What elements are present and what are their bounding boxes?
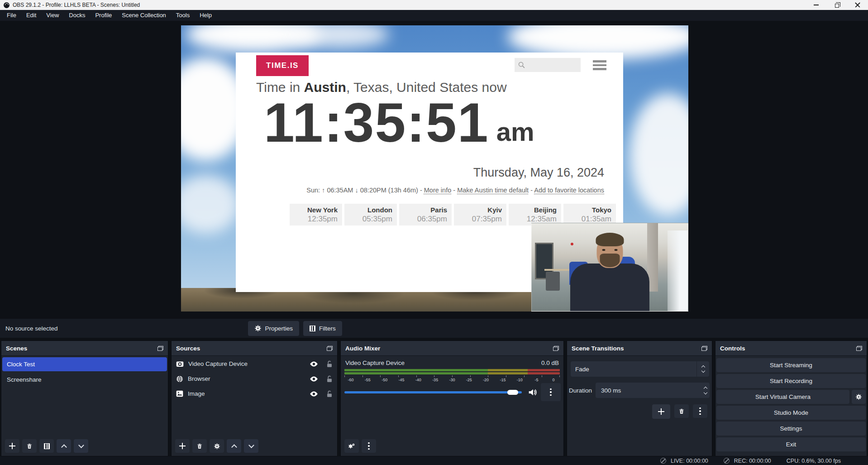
gear-icon	[855, 393, 862, 400]
properties-button[interactable]: Properties	[248, 321, 300, 336]
popout-icon[interactable]	[856, 346, 862, 351]
advanced-audio-button[interactable]	[344, 439, 359, 453]
city-tile[interactable]: Tokyo01:35am	[563, 204, 616, 225]
city-tile[interactable]: London05:35pm	[344, 204, 397, 225]
move-scene-down-button[interactable]	[74, 439, 88, 453]
visibility-eye-icon[interactable]	[310, 376, 318, 382]
transition-menu-button[interactable]	[693, 404, 707, 418]
transitions-header[interactable]: Scene Transitions	[567, 341, 712, 356]
cpu-fps-stats: CPU: 0.6%, 30.00 fps	[787, 458, 841, 464]
menu-view[interactable]: View	[41, 10, 64, 21]
menu-scene-collection[interactable]: Scene Collection	[117, 10, 171, 21]
speaker-icon[interactable]	[528, 388, 537, 396]
chevron-down-icon	[701, 369, 705, 373]
search-input[interactable]	[515, 58, 581, 72]
scenes-header[interactable]: Scenes	[1, 341, 168, 356]
mixer-channel-menu-button[interactable]	[541, 383, 561, 401]
visibility-eye-icon[interactable]	[310, 391, 318, 397]
add-source-button[interactable]	[175, 439, 190, 453]
city-tile[interactable]: Kyiv07:35pm	[454, 204, 506, 225]
start-streaming-button[interactable]: Start Streaming	[716, 358, 866, 372]
popout-icon[interactable]	[327, 346, 333, 351]
move-source-down-button[interactable]	[244, 439, 258, 453]
mixer-menu-button[interactable]	[362, 439, 376, 453]
move-scene-up-button[interactable]	[57, 439, 71, 453]
source-row-image[interactable]: Image	[172, 387, 337, 401]
live-timer: LIVE: 00:00:00	[671, 458, 708, 464]
remove-transition-button[interactable]	[674, 404, 689, 418]
controls-panel: Controls Start Streaming Start Recording…	[715, 340, 867, 456]
virtual-camera-config-button[interactable]	[852, 390, 866, 404]
sources-toolbar	[175, 439, 258, 453]
make-default-link[interactable]: Make Austin time default	[457, 187, 529, 194]
close-button[interactable]	[847, 0, 868, 10]
start-recording-button[interactable]: Start Recording	[716, 374, 866, 388]
menu-tools[interactable]: Tools	[171, 10, 195, 21]
minimize-button[interactable]	[806, 0, 826, 10]
cloud	[630, 93, 688, 216]
preview-area[interactable]: TIME.IS Time in Austin, Texas, United St…	[0, 21, 868, 319]
more-info-link[interactable]: More info	[424, 187, 451, 194]
spin-arrows[interactable]	[704, 383, 707, 398]
lock-icon[interactable]	[326, 360, 333, 368]
city-tile[interactable]: New York12:35pm	[290, 204, 342, 225]
chevron-down-icon	[248, 442, 254, 448]
webcam-overlay[interactable]	[531, 223, 688, 312]
source-row-browser[interactable]: Browser	[172, 372, 337, 386]
menu-docks[interactable]: Docks	[64, 10, 90, 21]
duration-row: Duration 300 ms	[569, 383, 711, 398]
transition-select[interactable]: Fade	[571, 361, 709, 377]
menu-help[interactable]: Help	[195, 10, 217, 21]
source-properties-button[interactable]	[210, 439, 224, 453]
scene-item-clock-test[interactable]: Clock Test	[2, 357, 167, 371]
exit-button[interactable]: Exit	[716, 437, 866, 451]
popout-icon[interactable]	[553, 346, 559, 351]
lock-icon[interactable]	[326, 390, 333, 398]
settings-button[interactable]: Settings	[716, 422, 866, 436]
plus-icon	[179, 443, 186, 449]
hamburger-menu-icon[interactable]	[593, 60, 606, 70]
meter-bar	[344, 372, 560, 374]
clock-display: 11:35:51 am	[264, 92, 534, 153]
person-head	[597, 235, 623, 268]
remove-scene-button[interactable]	[22, 439, 37, 453]
transitions-toolbar	[652, 404, 707, 419]
select-arrows[interactable]	[696, 361, 709, 377]
chevron-up-icon	[704, 386, 707, 390]
visibility-eye-icon[interactable]	[310, 361, 318, 367]
volume-slider[interactable]	[344, 391, 522, 393]
lock-icon[interactable]	[326, 375, 333, 383]
city-tile[interactable]: Paris06:35pm	[399, 204, 452, 225]
source-row-video-capture[interactable]: Video Capture Device	[172, 357, 337, 371]
scene-filters-button[interactable]	[39, 439, 54, 453]
controls-header[interactable]: Controls	[715, 341, 867, 356]
volume-meter: -60-55 -50-45 -40-35 -30-25 -20-15 -10-5…	[344, 369, 560, 382]
trash-icon	[26, 443, 33, 450]
volume-slider-handle[interactable]	[507, 390, 518, 395]
popout-icon[interactable]	[701, 346, 707, 351]
audio-mixer-header[interactable]: Audio Mixer	[341, 341, 563, 356]
add-scene-button[interactable]	[5, 439, 19, 453]
rec-timer: REC: 00:00:00	[734, 458, 771, 464]
obs-window: OBS 29.1.2 - Profile: LLHLS BETA - Scene…	[0, 0, 868, 465]
menu-file[interactable]: File	[2, 10, 21, 21]
favorite-locations-link[interactable]: Add to favorite locations	[534, 187, 604, 194]
popout-icon[interactable]	[157, 346, 163, 351]
stream-inactive-icon	[660, 458, 666, 464]
studio-mode-button[interactable]: Studio Mode	[716, 406, 866, 420]
maximize-button[interactable]	[826, 0, 847, 10]
menu-edit[interactable]: Edit	[21, 10, 41, 21]
kebab-icon	[550, 388, 552, 396]
remove-source-button[interactable]	[192, 439, 207, 453]
sources-header[interactable]: Sources	[172, 341, 337, 356]
menu-profile[interactable]: Profile	[90, 10, 117, 21]
scene-item-screenshare[interactable]: Screenshare	[2, 373, 167, 387]
filters-button[interactable]: Filters	[303, 321, 342, 336]
duration-spinbox[interactable]: 300 ms	[596, 383, 710, 398]
add-transition-button[interactable]	[652, 404, 670, 419]
move-source-up-button[interactable]	[227, 439, 241, 453]
meter-bar	[344, 369, 560, 371]
city-tile[interactable]: Beijing12:35am	[509, 204, 561, 225]
start-virtual-camera-button[interactable]: Start Virtual Camera	[716, 390, 849, 404]
maximize-icon	[835, 4, 839, 8]
